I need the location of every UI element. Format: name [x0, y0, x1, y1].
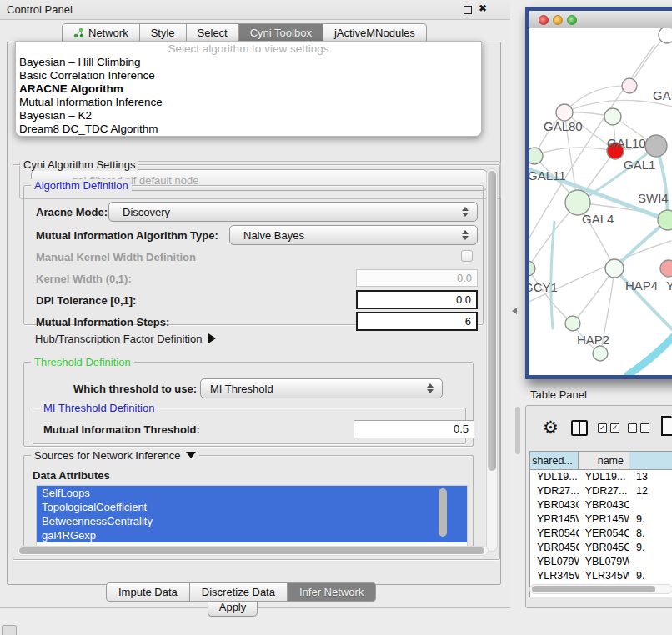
network-node[interactable] — [645, 135, 667, 157]
settings-vscrollbar-track[interactable] — [486, 168, 498, 552]
network-edge[interactable] — [534, 148, 615, 156]
control-panel-titlebar: Control Panel ✖ — [0, 0, 510, 20]
network-node-hap4[interactable] — [605, 259, 624, 278]
mi-type-label: Mutual Information Algorithm Type: — [36, 229, 218, 242]
zoom-traffic-light-icon[interactable] — [567, 15, 577, 25]
column-layout-icon[interactable] — [571, 420, 588, 436]
network-edge[interactable] — [629, 35, 667, 86]
tab-style[interactable]: Style — [139, 23, 187, 42]
attribute-option-topologicalcoefficient[interactable]: TopologicalCoefficient — [37, 500, 467, 514]
network-edge[interactable] — [551, 222, 554, 328]
algorithm-option-mutual-information-inference[interactable]: Mutual Information Inference — [16, 96, 481, 109]
table-row[interactable]: YLR345WYLR345W9. — [530, 569, 672, 583]
spinner-arrows-icon — [462, 230, 469, 240]
table-row[interactable]: YPR145WYPR145W9. — [530, 512, 672, 527]
checkbox-unchecked-icon[interactable] — [640, 423, 649, 432]
network-canvas[interactable]: GAL80GAL10GAL1GAL11GAL4SWI4GCY1HAP4YHAP2… — [529, 28, 672, 375]
network-node-hap2[interactable] — [565, 316, 580, 331]
algorithm-option-basic-correlation-inference[interactable]: Basic Correlation Inference — [16, 69, 481, 82]
checkbox-unchecked-icon[interactable] — [628, 423, 637, 432]
data-attributes-list[interactable]: SelfLoopsTopologicalCoefficientBetweenne… — [36, 485, 468, 548]
mi-steps-field[interactable]: 6 — [356, 312, 478, 331]
network-node-gcy1[interactable] — [529, 261, 535, 276]
table-row[interactable]: YDR27...YDR27...12 — [530, 484, 672, 498]
close-icon[interactable]: ✖ — [479, 2, 487, 14]
attribute-list-scrollbar[interactable] — [439, 488, 447, 537]
table-cell — [629, 555, 672, 569]
attribute-option-betweennesscentrality[interactable]: BetweennessCentrality — [37, 514, 467, 528]
sources-group-title[interactable]: Sources for Network Inference — [31, 449, 199, 462]
mi-steps-label: Mutual Information Steps: — [36, 316, 169, 328]
network-node-gal10[interactable] — [604, 108, 621, 125]
manual-kernel-checkbox[interactable] — [461, 250, 473, 262]
column-header-2[interactable] — [629, 452, 672, 470]
table-panel-toolbar: ⚙ ✓ ✓ — [526, 412, 672, 446]
minimize-traffic-light-icon[interactable] — [553, 15, 563, 25]
network-window-titlebar[interactable] — [529, 11, 672, 28]
table-cell: YBR043C — [530, 498, 579, 512]
dpi-tolerance-field[interactable]: 0.0 — [356, 290, 478, 309]
which-threshold-combo[interactable]: MI Threshold — [200, 378, 443, 398]
gear-icon[interactable]: ⚙ — [543, 418, 559, 438]
table-cell: YDR27... — [530, 484, 579, 498]
cyni-algorithm-settings-title: Cyni Algorithm Settings — [20, 158, 138, 171]
tab-infer-network[interactable]: Infer Network — [287, 582, 376, 602]
table-hscrollbar-track[interactable] — [529, 584, 672, 594]
tab-label: Style — [151, 27, 175, 39]
tab-network[interactable]: Network — [62, 23, 140, 42]
table-cell: 9. — [629, 512, 672, 527]
splitter-collapse-icon[interactable] — [512, 308, 517, 314]
node-label-gal80: GAL80 — [544, 119, 583, 133]
column-header-shared-[interactable]: shared... — [530, 452, 579, 470]
new-table-icon[interactable] — [661, 416, 672, 436]
checkbox-checked-icon[interactable]: ✓ — [610, 423, 619, 432]
tab-jactivemnodules[interactable]: jActiveMNodules — [323, 23, 427, 42]
resize-grip[interactable] — [2, 625, 17, 635]
settings-vscrollbar-thumb[interactable] — [488, 171, 496, 471]
tab-discretize-data[interactable]: Discretize Data — [189, 582, 288, 602]
mi-threshold-definition-group: MI Threshold Definition Mutual Informati… — [33, 408, 466, 444]
splitter-handle[interactable] — [515, 407, 520, 454]
network-node-y[interactable] — [660, 260, 672, 277]
attribute-option-selfloops[interactable]: SelfLoops — [37, 486, 467, 500]
settings-hscrollbar-track[interactable] — [17, 546, 489, 556]
kernel-width-field[interactable]: 0.0 — [356, 269, 478, 287]
table-row[interactable]: YDL19...YDL19...13 — [530, 470, 672, 484]
table-row[interactable]: YBR045CYBR045C9. — [530, 541, 672, 555]
hub-definition-toggle[interactable]: Hub/Transcription Factor Definition — [35, 332, 216, 345]
control-panel-window: Control Panel ✖ NetworkStyleSelectCyni T… — [0, 0, 510, 608]
table-hscrollbar-thumb[interactable] — [532, 586, 655, 592]
table-cell: YLR345W — [579, 569, 629, 583]
algorithm-option-bayesian-k2[interactable]: Bayesian – K2 — [16, 109, 481, 122]
network-node-gal80[interactable] — [556, 104, 573, 121]
tab-impute-data[interactable]: Impute Data — [106, 582, 190, 602]
float-window-icon[interactable] — [464, 6, 472, 14]
column-header-name[interactable]: name — [579, 452, 629, 470]
table-row[interactable]: YBL079WYBL079W — [530, 555, 672, 569]
mi-threshold-label: Mutual Information Threshold: — [43, 423, 200, 436]
network-node[interactable] — [659, 28, 672, 43]
tab-select[interactable]: Select — [186, 23, 239, 42]
table-cell: YBR045C — [530, 541, 579, 555]
mi-type-combo[interactable]: Naive Bayes — [229, 225, 478, 245]
aracne-mode-combo[interactable]: Discovery — [108, 202, 478, 222]
algorithm-definition-title: Algorithm Definition — [31, 179, 132, 192]
checkbox-checked-icon[interactable]: ✓ — [598, 423, 607, 432]
settings-hscrollbar-thumb[interactable] — [19, 548, 484, 554]
algorithm-option-bayesian-hill-climbing[interactable]: Bayesian – Hill Climbing — [16, 56, 481, 69]
network-node[interactable] — [593, 346, 608, 361]
table-row[interactable]: YER054CYER054C8. — [530, 527, 672, 541]
network-node[interactable] — [622, 78, 637, 93]
network-node-gal11[interactable] — [529, 148, 543, 164]
algorithm-option-aracne-algorithm[interactable]: ARACNE Algorithm — [16, 82, 481, 96]
close-traffic-light-icon[interactable] — [539, 15, 549, 25]
attribute-option-gal4rgexp[interactable]: gal4RGexp — [37, 528, 467, 542]
table-row[interactable]: YBR043CYBR043C — [530, 498, 672, 512]
network-node-swi4[interactable] — [658, 210, 672, 230]
table-cell: YLR345W — [530, 569, 579, 583]
network-edge[interactable] — [573, 268, 614, 323]
algorithm-option-dream8-dc-tdc-algorithm[interactable]: Dream8 DC_TDC Algorithm — [16, 122, 481, 136]
tab-cyni-toolbox[interactable]: Cyni Toolbox — [238, 23, 323, 42]
network-icon — [73, 28, 84, 38]
mi-threshold-field[interactable]: 0.5 — [354, 420, 474, 438]
